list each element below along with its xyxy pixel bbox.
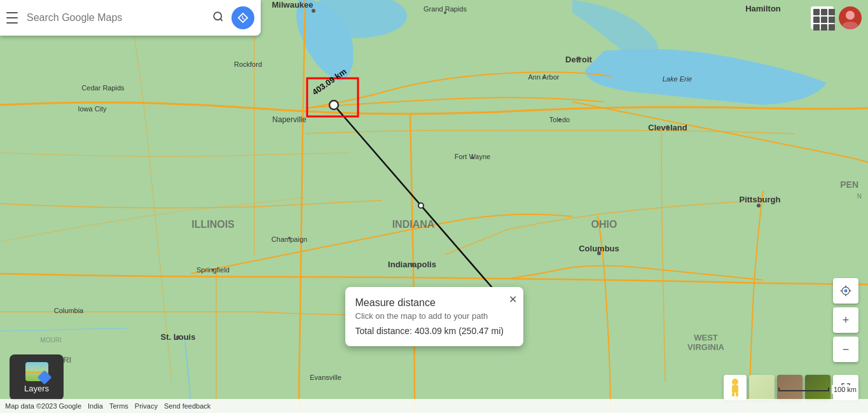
- map-data-text: Map data ©2023 Google: [5, 402, 81, 410]
- user-avatar[interactable]: [839, 6, 862, 29]
- map-type-1-button[interactable]: [749, 375, 775, 400]
- svg-point-56: [214, 12, 221, 20]
- svg-point-46: [666, 125, 670, 129]
- svg-text:Naperville: Naperville: [272, 115, 307, 124]
- svg-text:Lake Erie: Lake Erie: [663, 75, 692, 83]
- popup-subtitle: Click on the map to add to your path: [355, 311, 511, 321]
- svg-point-49: [471, 157, 474, 159]
- svg-rect-64: [732, 393, 734, 396]
- scale-bar-line: [778, 388, 829, 391]
- map-svg: 403.09 km Milwaukee Grand Rapids Hamilto…: [0, 0, 868, 413]
- svg-point-47: [757, 204, 761, 207]
- zoom-out-button[interactable]: −: [833, 337, 858, 362]
- svg-rect-65: [736, 393, 738, 396]
- svg-text:WEST: WEST: [694, 333, 718, 342]
- popup-distance: Total distance: 403.09 km (250.47 mi): [355, 326, 511, 336]
- svg-point-60: [844, 290, 848, 293]
- popup-distance-value: 403.09 km (250.47 mi): [415, 326, 504, 336]
- menu-icon[interactable]: [6, 10, 22, 25]
- svg-text:ILLINOIS: ILLINOIS: [191, 219, 235, 230]
- svg-point-50: [288, 237, 291, 239]
- my-location-button[interactable]: [833, 278, 858, 304]
- svg-point-5: [418, 203, 424, 208]
- layers-button[interactable]: Layers: [10, 354, 64, 400]
- svg-text:Hamilton: Hamilton: [745, 4, 781, 13]
- svg-point-42: [312, 9, 315, 13]
- svg-text:Cedar Rapids: Cedar Rapids: [81, 84, 125, 92]
- svg-point-48: [558, 118, 561, 121]
- svg-point-51: [597, 251, 601, 255]
- india-link[interactable]: India: [88, 402, 103, 410]
- scale-bar: 100 km: [778, 385, 858, 394]
- popup-distance-label: Total distance:: [355, 326, 413, 336]
- svg-text:Columbia: Columbia: [54, 307, 84, 314]
- directions-button[interactable]: [231, 6, 254, 29]
- pegman-button[interactable]: [724, 375, 747, 400]
- svg-point-43: [444, 11, 446, 14]
- svg-point-52: [212, 269, 214, 271]
- popup-title: Measure distance: [355, 297, 511, 309]
- map-container[interactable]: 403.09 km Milwaukee Grand Rapids Hamilto…: [0, 0, 868, 413]
- popup-close-button[interactable]: ✕: [509, 293, 517, 305]
- svg-text:MOURI: MOURI: [40, 337, 61, 344]
- svg-point-6: [329, 101, 338, 109]
- svg-text:Iowa City: Iowa City: [78, 105, 107, 113]
- zoom-in-button[interactable]: +: [833, 307, 858, 333]
- top-bar: [0, 0, 261, 36]
- svg-text:Pittsburgh: Pittsburgh: [740, 195, 781, 204]
- svg-text:Milwaukee: Milwaukee: [272, 0, 313, 10]
- svg-point-62: [732, 379, 738, 385]
- svg-point-45: [542, 76, 545, 79]
- apps-grid-icon[interactable]: [811, 6, 834, 29]
- search-input[interactable]: [27, 6, 205, 29]
- search-button[interactable]: [210, 8, 226, 28]
- svg-text:Rockford: Rockford: [234, 60, 262, 68]
- svg-text:VIRGINIA: VIRGINIA: [687, 342, 724, 352]
- svg-point-55: [176, 335, 180, 339]
- privacy-link[interactable]: Privacy: [135, 402, 158, 410]
- svg-line-57: [220, 18, 222, 20]
- svg-point-44: [577, 57, 581, 60]
- svg-text:PEN: PEN: [840, 179, 858, 190]
- right-controls: + −: [833, 278, 858, 362]
- svg-text:INDIANA: INDIANA: [392, 219, 435, 230]
- send-feedback-link[interactable]: Send feedback: [164, 402, 210, 410]
- layers-label: Layers: [24, 384, 49, 393]
- svg-point-59: [846, 11, 855, 20]
- svg-text:N: N: [857, 193, 862, 200]
- svg-text:OHIO: OHIO: [591, 219, 617, 230]
- svg-text:Evansville: Evansville: [310, 374, 341, 381]
- bottom-data-bar: Map data ©2023 Google India Terms Privac…: [0, 399, 868, 413]
- terms-link[interactable]: Terms: [109, 402, 128, 410]
- user-avatar-area: OBO...: [811, 6, 862, 29]
- svg-rect-63: [732, 385, 738, 393]
- svg-point-53: [410, 263, 414, 267]
- measure-distance-popup: ✕ Measure distance Click on the map to a…: [345, 287, 523, 346]
- scale-bar-label: 100 km: [832, 385, 858, 394]
